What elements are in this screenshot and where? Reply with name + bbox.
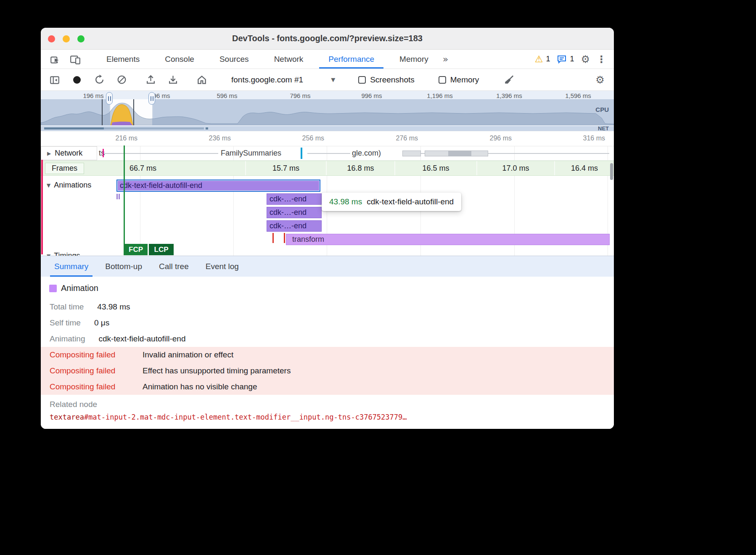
tooltip-name: cdk-text-field-autofill-end xyxy=(367,197,454,206)
tab-sources[interactable]: Sources xyxy=(207,50,262,69)
transform-animation-bar[interactable]: transform xyxy=(286,234,610,245)
ruler-tick-label: 316 ms xyxy=(583,135,605,142)
issues-counter[interactable]: 1 xyxy=(557,54,574,64)
ruler-tick-label: 276 ms xyxy=(396,135,418,142)
clear-recording-icon[interactable] xyxy=(114,73,129,87)
minimize-window-button[interactable] xyxy=(63,35,70,42)
total-time-row: Total time 43.98 ms xyxy=(41,299,614,315)
save-profile-icon[interactable] xyxy=(166,73,180,87)
window-title: DevTools - fonts.google.com/?preview.siz… xyxy=(232,34,423,43)
lcp-badge[interactable]: LCP xyxy=(149,244,174,255)
compositing-failed-text: Animation has no visible change xyxy=(143,382,257,391)
overview-dim-left xyxy=(41,99,110,125)
more-options-icon[interactable]: ⋮ xyxy=(597,54,606,65)
collect-garbage-icon[interactable] xyxy=(502,73,516,87)
timeline-overview[interactable]: 196 ms 396 ms 596 ms 796 ms 996 ms 1,196… xyxy=(41,91,614,131)
animation-color-swatch xyxy=(49,285,57,292)
timings-track-header[interactable]: ▼ Timings xyxy=(47,251,80,256)
timeline-ruler[interactable]: 216 ms 236 ms 256 ms 276 ms 296 ms 316 m… xyxy=(41,131,614,146)
frames-track[interactable]: 66.7 ms 15.7 ms 16.8 ms 16.5 ms 17.0 ms … xyxy=(41,161,614,176)
related-node-selector: #mat-input-2.mat-mdc-input-element.text-… xyxy=(84,413,407,421)
tab-console[interactable]: Console xyxy=(152,50,207,69)
devtools-window: DevTools - fonts.google.com/?preview.siz… xyxy=(41,28,614,429)
related-node-link[interactable]: textarea#mat-input-2.mat-mdc-input-eleme… xyxy=(41,411,614,423)
cpu-track-label: CPU xyxy=(595,106,609,113)
related-node-tag: textarea xyxy=(50,413,84,421)
frame-duration[interactable]: 16.5 ms xyxy=(395,161,477,175)
tab-bottom-up[interactable]: Bottom-up xyxy=(97,256,151,277)
memory-checkbox[interactable] xyxy=(439,76,446,84)
memory-toggle[interactable]: Memory xyxy=(439,75,479,85)
network-track-header[interactable]: ▶ Network xyxy=(41,146,97,160)
frame-duration[interactable]: 15.7 ms xyxy=(246,161,327,175)
device-toolbar-icon[interactable] xyxy=(68,52,83,67)
network-track-label: Network xyxy=(55,149,82,158)
load-profile-icon[interactable] xyxy=(143,73,158,87)
overview-time-label: 1,396 ms xyxy=(496,92,522,99)
zoom-window-button[interactable] xyxy=(77,35,85,42)
frame-duration[interactable]: 17.0 ms xyxy=(477,161,555,175)
summary-event-title: Animation xyxy=(61,283,98,293)
selection-handle-right[interactable] xyxy=(148,92,155,105)
screenshots-checkbox[interactable] xyxy=(358,76,366,84)
tab-summary[interactable]: Summary xyxy=(46,256,97,277)
net-activity-bar xyxy=(44,127,104,130)
animation-tooltip: 43.98 ms cdk-text-field-autofill-end xyxy=(322,193,461,211)
compositing-warning-row: Compositing failed Invalid animation or … xyxy=(41,347,614,363)
compositing-failed-label: Compositing failed xyxy=(50,366,143,375)
animation-bar[interactable]: cdk-…-end xyxy=(267,220,322,232)
capture-settings-gear-icon[interactable]: ⚙ xyxy=(593,73,607,87)
animations-track-header[interactable]: ▼ Animations xyxy=(47,181,91,190)
title-bar: DevTools - fonts.google.com/?preview.siz… xyxy=(41,28,614,50)
network-whisker xyxy=(488,153,609,154)
network-track[interactable]: ▶ Network ts FamilySummaries gle.com) xyxy=(41,146,614,161)
ruler-tick-label: 296 ms xyxy=(490,135,512,142)
warnings-counter[interactable]: ⚠ 1 xyxy=(535,54,550,64)
frame-duration[interactable]: 16.8 ms xyxy=(327,161,395,175)
related-node-label: Related node xyxy=(41,398,614,411)
network-request-label[interactable]: FamilySummaries xyxy=(221,149,281,158)
frame-duration[interactable]: 16.4 ms xyxy=(555,161,614,175)
tab-memory[interactable]: Memory xyxy=(387,50,441,69)
settings-gear-icon[interactable]: ⚙ xyxy=(581,53,590,65)
tab-call-tree[interactable]: Call tree xyxy=(151,256,197,277)
memory-label: Memory xyxy=(450,75,479,85)
more-tabs-icon[interactable]: » xyxy=(443,50,448,69)
record-button[interactable] xyxy=(70,73,84,87)
total-time-label: Total time xyxy=(50,302,84,312)
inspect-element-icon[interactable] xyxy=(48,52,63,67)
tracks-scrollbar[interactable] xyxy=(610,163,613,180)
fcp-badge[interactable]: FCP xyxy=(124,244,148,255)
animation-bar[interactable]: cdk-…-end xyxy=(267,193,322,205)
network-request-bar[interactable] xyxy=(402,151,421,156)
selection-handle-left[interactable] xyxy=(106,92,113,105)
net-overview-strip: NET xyxy=(41,126,614,131)
home-icon[interactable] xyxy=(195,73,209,87)
network-request-label[interactable]: gle.com) xyxy=(352,149,381,158)
tab-event-log[interactable]: Event log xyxy=(197,256,247,277)
network-request-marker xyxy=(103,149,104,157)
overview-time-label: 596 ms xyxy=(217,92,237,99)
tab-elements[interactable]: Elements xyxy=(94,50,152,69)
track-accent-strip xyxy=(41,160,43,254)
close-window-button[interactable] xyxy=(48,35,55,42)
animating-value: cdk-text-field-autofill-end xyxy=(99,334,186,344)
network-request-bar[interactable] xyxy=(425,151,488,156)
ruler-tick-label: 236 ms xyxy=(209,135,231,142)
animating-row: Animating cdk-text-field-autofill-end xyxy=(41,331,614,347)
screenshots-toggle[interactable]: Screenshots xyxy=(358,75,415,85)
tab-network[interactable]: Network xyxy=(262,50,316,69)
ruler-tick-label: 256 ms xyxy=(302,135,324,142)
overview-time-label: 996 ms xyxy=(361,92,382,99)
profile-select[interactable]: fonts.google.com #1 ▼ xyxy=(231,75,335,85)
compositing-warning-row: Compositing failed Effect has unsupporte… xyxy=(41,363,614,379)
tab-performance[interactable]: Performance xyxy=(316,50,387,69)
fcp-marker-line xyxy=(124,145,125,255)
animation-bar-selected[interactable]: cdk-text-field-autofill-end xyxy=(116,180,320,192)
timeline-tracks[interactable]: 216 ms 236 ms 256 ms 276 ms 296 ms 316 m… xyxy=(41,131,614,256)
screenshots-label: Screenshots xyxy=(370,75,415,85)
toggle-sidebar-icon[interactable] xyxy=(48,73,62,87)
reload-and-record-button[interactable] xyxy=(92,73,106,87)
overview-time-label: 196 ms xyxy=(83,92,103,99)
animation-bar[interactable]: cdk-…-end xyxy=(267,207,322,218)
